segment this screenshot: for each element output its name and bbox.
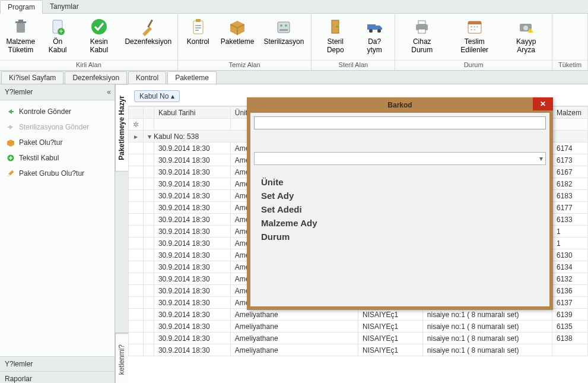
ribbon-btn-dezenfeksiyon[interactable]: Dezenfeksiyon	[122, 15, 175, 49]
sort-asc-icon: ▴	[171, 92, 174, 100]
action-label: Tekstil Kabul	[19, 154, 59, 162]
menu-tanimlar[interactable]: Tanymlar	[43, 0, 86, 13]
side-tab-paketlemeye-hazir[interactable]: Paketlemeye Hazyr	[115, 84, 128, 172]
cell-malzeme: 6136	[552, 285, 588, 297]
ribbon-btn-sterilizasyon[interactable]: Sterilizasyon	[259, 15, 309, 49]
content-tabs: Ki?isel SayfamDezenfeksiyonKontrolPaketl…	[0, 71, 588, 84]
cell-tarih: 30.9.2014 18:30	[154, 214, 230, 226]
table-row[interactable]: 30.9.2014 18:30AmeliyathaneNISAIYEç1nisa…	[129, 344, 588, 356]
ribbon-btn-steril-depo[interactable]: Steril Depo	[314, 15, 357, 57]
barkod-input[interactable]	[254, 116, 546, 129]
modal-title-text: Barkod	[387, 101, 412, 109]
svg-rect-16	[367, 24, 376, 30]
cell-malzeme: 6133	[552, 214, 588, 226]
svg-rect-13	[279, 29, 288, 31]
cell-unite: Ameliyathane	[230, 321, 358, 333]
cell-tarih: 30.9.2014 18:30	[154, 344, 230, 356]
table-row[interactable]: 30.9.2014 18:30AmeliyathaneNISAIYEç1nisa…	[129, 309, 588, 321]
modal-field-label: Durum	[261, 232, 539, 242]
truck-icon	[365, 17, 384, 36]
cell-malzeme: 6135	[552, 321, 588, 333]
cell-tarih: 30.9.2014 18:30	[154, 154, 230, 166]
svg-rect-2	[18, 20, 23, 21]
cell-c3: NISAIYEç1	[358, 321, 423, 333]
svg-rect-7	[147, 20, 153, 28]
modal-close-button[interactable]: ✕	[533, 97, 553, 110]
left-bottom-tab-y?lemler[interactable]: Y?lemler	[0, 356, 115, 371]
action-list: Kontrole GönderSterilizasyona GönderPake…	[0, 100, 115, 356]
cell-malzeme: 6174	[552, 143, 588, 154]
grid-indent-col	[144, 107, 154, 119]
col-kabul-tarihi[interactable]: Kabul Tarihi	[154, 107, 230, 119]
filter-kabul-tarihi[interactable]	[154, 119, 230, 131]
action-tekstil-kabul[interactable]: Tekstil Kabul	[2, 150, 112, 166]
svg-rect-10	[278, 22, 290, 33]
ribbon-btn-paketleme[interactable]: Paketleme	[216, 15, 259, 49]
filter-handle: ✲	[129, 119, 144, 131]
table-row[interactable]: 30.9.2014 18:30AmeliyathaneNISAIYEç1nisa…	[129, 333, 588, 344]
svg-rect-23	[468, 21, 481, 24]
cell-malzeme	[552, 344, 588, 356]
svg-point-11	[280, 24, 282, 27]
action-sterilizasyona-gonder: Sterilizasyona Gönder	[2, 119, 112, 135]
svg-point-17	[369, 29, 373, 33]
ribbon-group-label: Kirli Alan	[0, 60, 177, 70]
action-kontrole-gonder[interactable]: Kontrole Gönder	[2, 104, 112, 119]
arrow-gray-icon	[6, 122, 15, 132]
left-bottom-tabs: Y?lemlerRaporlar	[0, 356, 115, 383]
collapse-left-panel-icon[interactable]: «	[107, 88, 110, 96]
action-label: Paket Olu?tur	[19, 138, 62, 147]
cell-tarih: 30.9.2014 18:30	[154, 309, 230, 321]
ribbon-btn-kontrol[interactable]: Kontrol	[180, 15, 216, 49]
ribbon-group: Steril DepoDa?ytymSteril Alan	[312, 14, 395, 70]
col-malzeme[interactable]: Malzem	[552, 107, 588, 119]
clipboard-icon	[189, 17, 208, 36]
menu-program[interactable]: Program	[0, 0, 43, 14]
cell-malzeme: 6177	[552, 202, 588, 214]
cell-malzeme: 6138	[552, 333, 588, 344]
action-paket-olustur[interactable]: Paket Olu?tur	[2, 135, 112, 150]
group-chip-kabul-no[interactable]: Kabul No ▴	[134, 90, 180, 102]
tab-dezenfeksiyon[interactable]: Dezenfeksiyon	[65, 71, 127, 84]
left-bottom-tab-raporlar[interactable]: Raporlar	[0, 371, 115, 383]
cell-malzeme: 6137	[552, 297, 588, 309]
trash-icon	[11, 17, 30, 36]
row-indicator: ▸	[129, 131, 144, 143]
cell-unite: Ameliyathane	[230, 309, 358, 321]
modal-field-label: Ünite	[261, 177, 539, 187]
modal-fields: ÜniteSet AdySet AdediMalzeme AdyDurum	[250, 169, 549, 250]
doc-plus-icon: +	[48, 17, 67, 36]
cell-c3: NISAIYEç1	[358, 309, 423, 321]
cell-tarih: 30.9.2014 18:30	[154, 190, 230, 202]
ribbon-btn-kesin-kabul[interactable]: Kesin Kabul	[77, 15, 122, 57]
camera-warn-icon: !	[517, 17, 536, 36]
grid-handle-col	[129, 107, 144, 119]
ribbon-btn-cihaz-durum[interactable]: Cihaz Durum	[398, 15, 446, 57]
machine-icon	[274, 17, 293, 36]
ribbon-btn-dagitim[interactable]: Da?ytym	[357, 15, 392, 57]
calendar-icon	[465, 17, 484, 36]
cell-tarih: 30.9.2014 18:30	[154, 249, 230, 261]
tab-paketleme[interactable]: Paketleme	[167, 71, 217, 84]
cell-tarih: 30.9.2014 18:30	[154, 321, 230, 333]
ribbon-btn-teslim-edilenler[interactable]: Teslim Edilenler	[446, 15, 503, 57]
svg-point-15	[336, 26, 338, 28]
ribbon-btn-on-kabul[interactable]: +Ön Kabul	[39, 15, 77, 57]
svg-point-6	[91, 19, 107, 34]
modal-titlebar[interactable]: Barkod ✕	[247, 97, 553, 113]
ribbon: MalzemeTüketim+Ön KabulKesin KabulDezenf…	[0, 14, 588, 71]
side-tab-paketlenmis[interactable]: ketlenmi?	[115, 333, 128, 383]
ribbon-btn-kayip-ariza[interactable]: !Kayyp Aryza	[503, 15, 549, 57]
action-paket-grubu-olustur[interactable]: Paket Grubu Olu?tur	[2, 166, 112, 181]
barkod-dropdown[interactable]: ▾	[254, 152, 546, 165]
cell-malzeme: 6139	[552, 309, 588, 321]
ribbon-btn-malzeme-tuketim[interactable]: MalzemeTüketim	[2, 15, 39, 57]
check-icon	[90, 17, 109, 36]
svg-rect-1	[15, 21, 26, 23]
cell-tarih: 30.9.2014 18:30	[154, 166, 230, 178]
cell-malzeme: 6173	[552, 154, 588, 166]
tab-kontrol[interactable]: Kontrol	[128, 71, 166, 84]
tab-ki-isel-sayfam[interactable]: Ki?isel Sayfam	[1, 71, 63, 84]
table-row[interactable]: 30.9.2014 18:30AmeliyathaneNISAIYEç1nisa…	[129, 321, 588, 333]
modal-body: ▾ ÜniteSet AdySet AdediMalzeme AdyDurum	[250, 113, 549, 306]
